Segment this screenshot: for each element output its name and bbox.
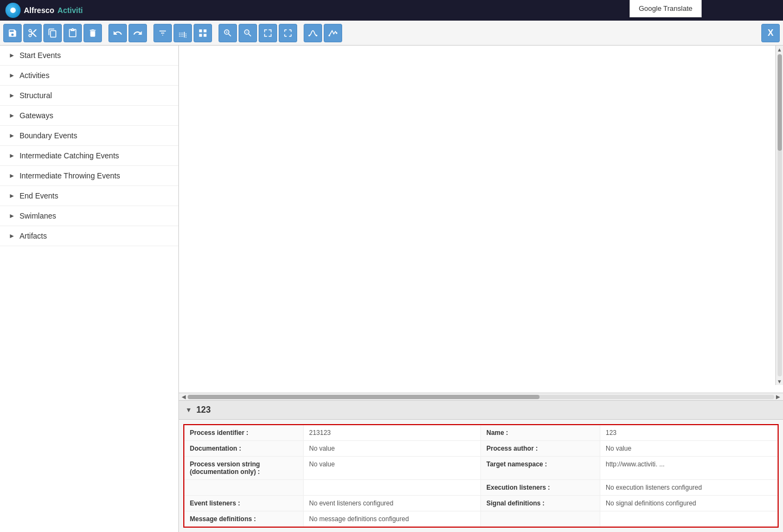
svg-point-2 (329, 35, 330, 36)
scroll-thumb-vertical[interactable] (778, 54, 782, 151)
logo-icon (5, 3, 21, 18)
topbar: Alfresco Activiti Google Translate (0, 0, 783, 21)
sidebar: ► Start Events ► Activities ► Structural… (0, 46, 179, 532)
sidebar-item-boundary-events[interactable]: ► Boundary Events (0, 126, 178, 146)
logo: Alfresco Activiti (5, 3, 83, 18)
scroll-thumb-horizontal[interactable] (188, 395, 540, 399)
actual-size-button[interactable] (279, 24, 297, 42)
prop-value-target-namespace: http://www.activiti. ... (600, 457, 778, 479)
property-row-4: Event listeners : No event listeners con… (184, 496, 778, 511)
sidebar-item-label: Structural (20, 91, 52, 100)
sidebar-item-start-events[interactable]: ► Start Events (0, 46, 178, 66)
sidebar-item-label: Swimlanes (20, 211, 56, 220)
sidebar-item-label: Gateways (20, 111, 53, 120)
scroll-track-vertical (778, 54, 782, 376)
arrow-icon: ► (9, 72, 15, 79)
arrow-icon: ► (9, 52, 15, 59)
cut-button[interactable] (23, 24, 42, 42)
sidebar-item-label: Artifacts (20, 232, 47, 240)
toolbar: X (0, 21, 783, 46)
prop-label-target-namespace: Target namespace : (481, 457, 600, 479)
prop-value-signal-definitions: No signal definitions configured (600, 496, 778, 511)
properties-panel: ▼ 123 Process identifier : 213123 Name :… (179, 400, 783, 532)
scroll-right-arrow[interactable]: ▶ (774, 393, 782, 401)
prop-label-empty (184, 480, 304, 495)
prop-label-process-author: Process author : (481, 441, 600, 456)
canvas-area: ▲ ▼ ◀ ▶ ▼ 123 Process i (179, 46, 783, 532)
align-button[interactable] (174, 24, 192, 42)
prop-label-version-string: Process version string (documentation on… (184, 457, 304, 479)
prop-label-empty2 (481, 511, 600, 527)
prop-value-empty (304, 480, 481, 495)
zoom-in-button[interactable] (219, 24, 237, 42)
prop-label-message-definitions: Message definitions : (184, 511, 304, 527)
up-button[interactable] (153, 24, 172, 42)
prop-value-name: 123 (600, 425, 778, 440)
sidebar-item-intermediate-throwing-events[interactable]: ► Intermediate Throwing Events (0, 166, 178, 186)
arrow-icon: ► (9, 112, 15, 119)
prop-value-process-author: No value (600, 441, 778, 456)
grid-button[interactable] (194, 24, 212, 42)
properties-header[interactable]: ▼ 123 (179, 401, 783, 420)
redo-button[interactable] (129, 24, 147, 42)
canvas[interactable]: ▲ ▼ (179, 46, 783, 393)
sidebar-item-label: Intermediate Throwing Events (20, 171, 120, 180)
svg-point-1 (316, 35, 317, 36)
horizontal-scrollbar[interactable]: ◀ ▶ (179, 393, 783, 400)
save-button[interactable] (3, 24, 22, 42)
scroll-track-horizontal (188, 395, 774, 399)
prop-label-execution-listeners: Execution listeners : (481, 480, 600, 495)
close-button[interactable]: X (761, 24, 780, 42)
copy-button[interactable] (43, 24, 62, 42)
sidebar-item-gateways[interactable]: ► Gateways (0, 106, 178, 126)
prop-label-signal-definitions: Signal definitions : (481, 496, 600, 511)
curve2-button[interactable] (324, 24, 342, 42)
prop-value-empty2 (600, 511, 778, 527)
sidebar-item-artifacts[interactable]: ► Artifacts (0, 226, 178, 246)
prop-label-process-id: Process identifier : (184, 425, 304, 440)
scroll-up-arrow[interactable]: ▲ (776, 46, 784, 53)
sidebar-item-label: Intermediate Catching Events (20, 151, 119, 160)
sidebar-item-structural[interactable]: ► Structural (0, 86, 178, 106)
scroll-left-arrow[interactable]: ◀ (180, 393, 188, 401)
prop-label-event-listeners: Event listeners : (184, 496, 304, 511)
undo-button[interactable] (108, 24, 127, 42)
property-row-2: Process version string (documentation on… (184, 457, 778, 480)
google-translate-label: Google Translate (639, 4, 692, 12)
prop-value-version-string: No value (304, 457, 481, 479)
main-layout: ► Start Events ► Activities ► Structural… (0, 46, 783, 532)
prop-label-documentation: Documentation : (184, 441, 304, 456)
prop-value-event-listeners: No event listeners configured (304, 496, 481, 511)
prop-value-message-definitions: No message definitions configured (304, 511, 481, 527)
logo-activiti: Activiti (57, 6, 83, 15)
sidebar-item-label: Boundary Events (20, 131, 78, 140)
vertical-scrollbar[interactable]: ▲ ▼ (775, 46, 783, 385)
arrow-icon: ► (9, 192, 15, 200)
curve1-button[interactable] (304, 24, 322, 42)
sidebar-item-intermediate-catching-events[interactable]: ► Intermediate Catching Events (0, 146, 178, 166)
sidebar-item-end-events[interactable]: ► End Events (0, 186, 178, 206)
property-row-3: Execution listeners : No execution liste… (184, 480, 778, 496)
logo-alfresco: Alfresco (24, 6, 54, 15)
property-row-1: Documentation : No value Process author … (184, 441, 778, 457)
sidebar-item-label: Activities (20, 71, 49, 80)
prop-value-documentation: No value (304, 441, 481, 456)
svg-point-3 (336, 32, 337, 34)
paste-button[interactable] (63, 24, 82, 42)
process-title: 123 (196, 405, 211, 415)
delete-button[interactable] (84, 24, 102, 42)
zoom-out-button[interactable] (239, 24, 257, 42)
sidebar-item-activities[interactable]: ► Activities (0, 66, 178, 86)
property-row-5: Message definitions : No message definit… (184, 511, 778, 527)
arrow-icon: ► (9, 232, 15, 240)
svg-point-0 (309, 35, 310, 36)
sidebar-item-label: Start Events (20, 51, 61, 60)
fit-page-button[interactable] (259, 24, 277, 42)
google-translate-popup: Google Translate (630, 0, 702, 17)
arrow-icon: ► (9, 92, 15, 99)
prop-value-execution-listeners: No execution listeners configured (600, 480, 778, 495)
sidebar-item-swimlanes[interactable]: ► Swimlanes (0, 206, 178, 226)
scroll-down-arrow[interactable]: ▼ (776, 377, 784, 385)
prop-value-process-id: 213123 (304, 425, 481, 440)
prop-label-name: Name : (481, 425, 600, 440)
